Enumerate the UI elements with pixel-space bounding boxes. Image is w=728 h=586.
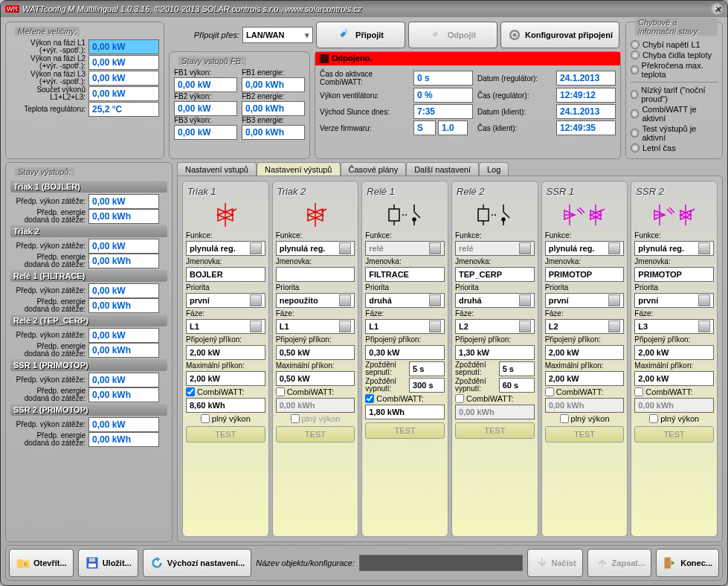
phase-combo[interactable]: L1 (276, 319, 355, 334)
test-button[interactable]: TEST (186, 426, 265, 442)
combiwatt-checkbox[interactable] (634, 387, 643, 396)
led-icon (631, 40, 640, 49)
phase-combo[interactable]: L1 (365, 319, 445, 334)
phase-combo[interactable]: L1 (186, 319, 265, 334)
connected-power-input[interactable]: 0,50 kW (276, 345, 355, 360)
svg-rect-15 (478, 209, 489, 221)
phase-combo[interactable]: L2 (545, 319, 625, 334)
function-combo[interactable]: relé (455, 241, 535, 256)
connected-power-input[interactable]: 2,00 kW (186, 345, 265, 360)
delay-off-input[interactable]: 60 s (499, 378, 535, 393)
read-button[interactable]: Načíst (527, 549, 583, 577)
tab-3[interactable]: Další nastavení (406, 162, 479, 176)
status-value: 0 s (413, 71, 473, 86)
download-icon (534, 556, 549, 570)
test-button[interactable]: TEST (634, 426, 714, 442)
priority-combo[interactable]: druhá (365, 293, 445, 308)
function-combo[interactable]: plynulá reg. (276, 241, 355, 256)
label-input[interactable]: PRIMOTOP (634, 267, 714, 282)
led-icon (631, 65, 639, 74)
close-icon[interactable]: ✕ (711, 3, 723, 15)
config-connection-button[interactable]: Konfigurovat připojení (500, 22, 619, 48)
combiwatt-checkbox[interactable] (545, 387, 554, 396)
disconnect-button[interactable]: Odpojit (408, 22, 497, 48)
connect-button[interactable]: Připojit (316, 22, 405, 48)
tab-0[interactable]: Nastavení vstupů (177, 162, 257, 176)
error-item: CombiWATT je aktivní (631, 105, 718, 123)
object-name-input[interactable] (359, 555, 523, 571)
combiwatt-value[interactable]: 8,60 kWh (186, 398, 265, 413)
led-icon (631, 109, 639, 118)
combiwatt-value[interactable]: 0,00 kWh (455, 405, 535, 419)
write-button[interactable]: Zapsat... (587, 549, 652, 577)
delay-on-input[interactable]: 5 s (499, 361, 535, 376)
open-button[interactable]: Otevřít... (9, 549, 74, 577)
titlebar: WR WATTconfig M Multilingual 1.0.3.16, ©… (1, 1, 727, 17)
phase-combo[interactable]: L3 (634, 319, 714, 334)
connected-power-input[interactable]: 2,00 kW (634, 345, 714, 360)
delay-on-input[interactable]: 5 s (409, 361, 445, 376)
output-energy: 0,00 kWh (88, 298, 159, 313)
max-power-input[interactable]: 0,50 kW (276, 371, 355, 386)
label-input[interactable]: PRIMOTOP (545, 267, 625, 282)
max-power-input[interactable]: 2,00 kW (634, 371, 714, 386)
led-icon (631, 129, 639, 138)
function-combo[interactable]: plynulá reg. (186, 241, 265, 256)
connected-power-input[interactable]: 2,00 kW (545, 345, 625, 360)
label-input[interactable]: TEP_CERP (455, 267, 535, 282)
connected-power-input[interactable]: 1,30 kW (455, 345, 535, 360)
save-button[interactable]: Uložit... (78, 549, 138, 577)
status-value: 24.1.2013 (556, 104, 616, 119)
function-combo[interactable]: relé (365, 241, 445, 256)
priority-combo[interactable]: první (186, 293, 265, 308)
connected-power-input[interactable]: 0,30 kW (365, 345, 445, 360)
max-power-input[interactable]: 2,00 kW (186, 371, 265, 386)
test-button[interactable]: TEST (455, 422, 535, 439)
delay-off-input[interactable]: 300 s (409, 378, 445, 393)
combiwatt-checkbox[interactable] (365, 394, 374, 403)
combiwatt-checkbox[interactable] (186, 387, 195, 396)
combiwatt-value[interactable]: 0,00 kWh (545, 398, 625, 413)
combiwatt-value[interactable]: 0,00 kWh (276, 398, 355, 413)
relay-icon (472, 202, 517, 228)
measured-label: Výkon na fázi L3 (+výr. -spotř.): (10, 71, 88, 86)
label-input[interactable]: BOJLER (186, 267, 265, 282)
exit-button[interactable]: Konec... (656, 549, 719, 577)
fb-energy: 0,00 kWh (242, 101, 305, 116)
output-column: SSR 2 Funkce: plynulá reg. Jmenovka: PRI… (631, 181, 718, 537)
label-input[interactable]: FILTRACE (365, 267, 445, 282)
combiwatt-checkbox[interactable] (276, 387, 285, 396)
test-button[interactable]: TEST (276, 426, 355, 442)
measured-label: Součet výkonů L1+L2+L3: (10, 86, 88, 101)
full-power-checkbox[interactable] (291, 414, 300, 423)
output-column: SSR 1 Funkce: plynulá reg. Jmenovka: PRI… (541, 181, 628, 537)
full-power-checkbox[interactable] (649, 414, 658, 423)
full-power-checkbox[interactable] (560, 414, 569, 423)
label-input[interactable] (276, 267, 355, 282)
priority-combo[interactable]: první (634, 293, 714, 308)
tab-4[interactable]: Log (479, 162, 509, 176)
priority-combo[interactable]: první (545, 293, 625, 308)
ssr-icon (648, 202, 700, 228)
combiwatt-value[interactable]: 1,80 kWh (365, 405, 445, 419)
max-power-input[interactable]: 2,00 kW (545, 371, 625, 386)
default-settings-button[interactable]: Výchozí nastavení... (143, 549, 252, 577)
priority-combo[interactable]: druhá (455, 293, 535, 308)
tab-2[interactable]: Časové plány (341, 162, 407, 176)
test-button[interactable]: TEST (365, 422, 445, 439)
error-item: Letní čas (631, 144, 718, 152)
measured-value: 0,00 kW (88, 71, 159, 86)
phase-combo[interactable]: L2 (455, 319, 535, 334)
function-combo[interactable]: plynulá reg. (634, 241, 714, 256)
function-combo[interactable]: plynulá reg. (545, 241, 625, 256)
connect-via-combo[interactable]: LAN/WAN (242, 27, 313, 43)
unplug-icon (430, 28, 445, 42)
test-button[interactable]: TEST (545, 426, 625, 442)
exit-icon (663, 556, 677, 570)
combiwatt-value[interactable]: 0,00 kWh (634, 398, 714, 413)
combiwatt-checkbox[interactable] (455, 394, 464, 403)
priority-combo[interactable]: nepoužito (276, 293, 355, 308)
full-power-checkbox[interactable] (201, 414, 210, 423)
output-state-header: Relé 2 (TEP_CERP) (10, 315, 167, 326)
tab-1[interactable]: Nastavení výstupů (257, 162, 341, 176)
